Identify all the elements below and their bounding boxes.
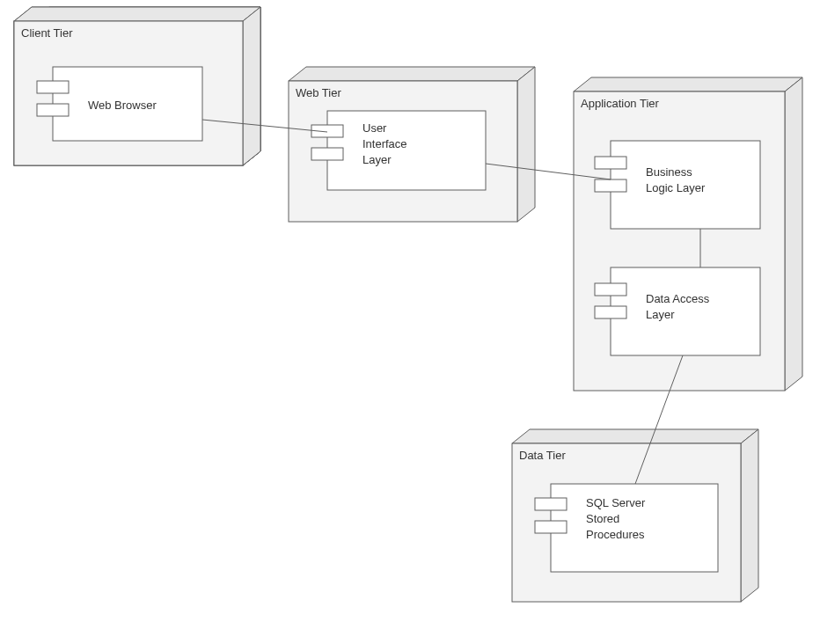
svg-marker-28 bbox=[741, 429, 758, 602]
data-tier-label: Data Tier bbox=[519, 449, 566, 462]
svg-marker-12 bbox=[289, 67, 535, 81]
svg-rect-11 bbox=[37, 104, 69, 116]
svg-marker-6 bbox=[14, 7, 260, 21]
deployment-diagram: Client Tier Web Browser Web Tier User In… bbox=[0, 0, 820, 644]
client-tier-node: Client Tier Web Browser bbox=[14, 7, 260, 165]
svg-marker-13 bbox=[517, 67, 535, 222]
svg-rect-26 bbox=[595, 306, 626, 318]
sql-server-label-1: Stored bbox=[586, 512, 619, 525]
sql-server-component: SQL Server Stored Procedures bbox=[535, 484, 718, 572]
svg-rect-15 bbox=[327, 111, 486, 190]
business-logic-label-1: Logic Layer bbox=[646, 181, 706, 194]
sql-server-label-2: Procedures bbox=[586, 528, 645, 541]
svg-rect-10 bbox=[37, 81, 69, 93]
client-tier-label: Client Tier bbox=[21, 26, 73, 40]
data-access-label-1: Layer bbox=[646, 308, 675, 321]
svg-rect-23 bbox=[595, 179, 626, 192]
svg-rect-25 bbox=[595, 283, 626, 296]
ui-layer-label-2: Layer bbox=[362, 153, 392, 166]
svg-rect-22 bbox=[595, 157, 626, 169]
business-logic-label-0: Business bbox=[646, 165, 692, 179]
svg-rect-24 bbox=[611, 267, 760, 355]
application-tier-label: Application Tier bbox=[581, 97, 660, 110]
svg-rect-31 bbox=[535, 498, 567, 510]
sql-server-label-0: SQL Server bbox=[586, 496, 646, 509]
ui-layer-label-1: Interface bbox=[362, 137, 407, 150]
ui-layer-label-0: User bbox=[362, 121, 387, 135]
svg-marker-19 bbox=[785, 77, 802, 391]
ui-layer-component: User Interface Layer bbox=[311, 111, 486, 190]
svg-rect-32 bbox=[535, 521, 567, 533]
svg-marker-18 bbox=[574, 77, 802, 91]
data-tier-node: Data Tier SQL Server Stored Procedures bbox=[512, 429, 758, 602]
svg-marker-7 bbox=[243, 7, 260, 165]
web-tier-node: Web Tier User Interface Layer bbox=[289, 67, 535, 222]
svg-rect-17 bbox=[311, 148, 343, 160]
svg-marker-27 bbox=[512, 429, 758, 443]
business-logic-component: Business Logic Layer bbox=[595, 141, 760, 229]
application-tier-node: Application Tier Business Logic Layer Da… bbox=[574, 77, 802, 391]
web-browser-component: Web Browser bbox=[37, 67, 202, 141]
web-tier-label: Web Tier bbox=[296, 86, 341, 99]
data-access-component: Data Access Layer bbox=[595, 267, 760, 355]
web-browser-label: Web Browser bbox=[88, 99, 157, 112]
data-access-label-0: Data Access bbox=[646, 292, 710, 305]
